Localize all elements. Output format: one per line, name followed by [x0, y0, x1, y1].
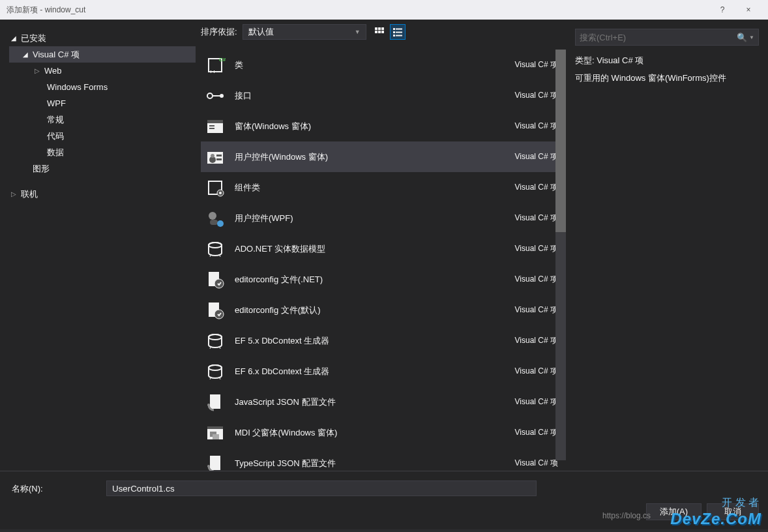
- scrollbar[interactable]: [555, 50, 566, 460]
- titlebar: 添加新项 - window_cut ? ×: [0, 0, 768, 20]
- template-item[interactable]: 用户控件(Windows 窗体) Visual C# 项: [201, 141, 563, 172]
- help-button[interactable]: ?: [709, 0, 735, 20]
- search-box[interactable]: 🔍 ▼: [575, 29, 759, 46]
- template-lang: Visual C# 项: [515, 274, 558, 285]
- template-lang: Visual C# 项: [515, 213, 558, 224]
- template-lang: Visual C# 项: [515, 304, 558, 316]
- template-lang: Visual C# 项: [515, 243, 558, 254]
- template-name: 类: [235, 59, 515, 71]
- tree-wpf[interactable]: WPF: [9, 95, 196, 111]
- template-list: 类 Visual C# 项 接口 Visual C# 项 窗体(Windows …: [196, 44, 566, 471]
- template-item[interactable]: 用户控件(WPF) Visual C# 项: [201, 203, 563, 233]
- template-item[interactable]: editorconfig 文件(默认) Visual C# 项: [201, 295, 563, 325]
- close-button[interactable]: ×: [735, 0, 761, 20]
- list-icon: [392, 27, 403, 37]
- chevron-down-icon: ◢: [9, 35, 18, 42]
- dropdown-icon[interactable]: ▼: [749, 35, 754, 40]
- template-name: 用户控件(WPF): [235, 213, 515, 224]
- bottom-bar: 名称(N): 添加(A) 取消 https://blog.cs: [0, 471, 768, 529]
- toolbar: 排序依据: 默认值 ▼: [196, 20, 566, 44]
- description: 可重用的 Windows 窗体(WinForms)控件: [575, 72, 759, 85]
- watermark-top: 开 发 者: [722, 496, 759, 510]
- template-item[interactable]: TypeScript JSON 配置文件 Visual C# 项: [201, 448, 563, 471]
- svg-rect-11: [396, 35, 402, 37]
- svg-rect-1: [378, 27, 381, 30]
- ado-icon: [201, 236, 229, 262]
- type-line: 类型: Visual C# 项: [575, 55, 759, 66]
- template-name: JavaScript JSON 配置文件: [235, 396, 515, 408]
- template-item[interactable]: 类 Visual C# 项: [201, 50, 563, 80]
- template-name: EF 5.x DbContext 生成器: [235, 335, 515, 347]
- template-item[interactable]: ADO.NET 实体数据模型 Visual C# 项: [201, 233, 563, 264]
- usercontrol-icon: [201, 144, 229, 170]
- template-item[interactable]: MDI 父窗体(Windows 窗体) Visual C# 项: [201, 417, 563, 448]
- tree-general[interactable]: 常规: [9, 111, 196, 128]
- svg-rect-5: [381, 31, 384, 33]
- tree-web[interactable]: ▷ Web: [9, 63, 196, 79]
- template-lang: Visual C# 项: [515, 90, 558, 101]
- template-lang: Visual C# 项: [515, 366, 558, 377]
- template-name: 接口: [235, 90, 515, 102]
- svg-rect-9: [396, 32, 402, 33]
- template-name: ADO.NET 实体数据模型: [235, 243, 515, 255]
- component-icon: [201, 175, 229, 201]
- template-name: editorconfig 文件(.NET): [235, 274, 515, 286]
- svg-rect-0: [375, 27, 377, 30]
- svg-rect-3: [375, 31, 377, 33]
- editorconfig-icon: [201, 297, 229, 323]
- json-icon: [201, 389, 229, 415]
- template-item[interactable]: 组件类 Visual C# 项: [201, 172, 563, 203]
- chevron-down-icon: ◢: [21, 51, 30, 58]
- template-name: 组件类: [235, 182, 515, 194]
- add-button[interactable]: 添加(A): [646, 503, 702, 520]
- wpfcontrol-icon: [201, 205, 229, 231]
- class-icon: [201, 52, 229, 78]
- window-title: 添加新项 - window_cut: [7, 5, 709, 16]
- tree-installed[interactable]: ◢ 已安装: [9, 30, 196, 46]
- template-lang: Visual C# 项: [515, 59, 558, 70]
- template-lang: Visual C# 项: [515, 458, 558, 469]
- tree-graphics[interactable]: 图形: [9, 160, 196, 177]
- sort-dropdown[interactable]: 默认值 ▼: [243, 24, 366, 40]
- interface-icon: [201, 83, 229, 109]
- view-list-button[interactable]: [390, 24, 406, 40]
- details-panel: 🔍 ▼ 类型: Visual C# 项 可重用的 Windows 窗体(WinF…: [566, 20, 768, 471]
- template-lang: Visual C# 项: [515, 121, 558, 132]
- template-name: 用户控件(Windows 窗体): [235, 151, 515, 163]
- svg-rect-2: [381, 27, 384, 30]
- view-grid-button[interactable]: [372, 24, 387, 40]
- url-watermark: https://blog.cs: [602, 511, 651, 520]
- ado-icon: [201, 359, 229, 385]
- tree-code[interactable]: 代码: [9, 128, 196, 144]
- svg-rect-6: [393, 28, 395, 30]
- scrollbar-thumb[interactable]: [555, 50, 566, 232]
- svg-rect-7: [396, 29, 402, 30]
- template-lang: Visual C# 项: [515, 182, 558, 193]
- template-item[interactable]: EF 6.x DbContext 生成器 Visual C# 项: [201, 356, 563, 387]
- svg-rect-4: [378, 31, 381, 33]
- tree-online[interactable]: ▷ 联机: [9, 186, 196, 202]
- tree-data[interactable]: 数据: [9, 144, 196, 160]
- search-icon[interactable]: 🔍: [737, 33, 747, 42]
- form-icon: [201, 113, 229, 140]
- grid-icon: [374, 27, 385, 37]
- template-item[interactable]: EF 5.x DbContext 生成器 Visual C# 项: [201, 325, 563, 356]
- template-item[interactable]: editorconfig 文件(.NET) Visual C# 项: [201, 264, 563, 295]
- template-name: EF 6.x DbContext 生成器: [235, 366, 515, 377]
- template-name: MDI 父窗体(Windows 窗体): [235, 427, 515, 439]
- category-tree: ◢ 已安装 ◢ Visual C# 项 ▷ Web Windows Forms …: [0, 20, 196, 471]
- template-item[interactable]: JavaScript JSON 配置文件 Visual C# 项: [201, 387, 563, 417]
- tree-winforms[interactable]: Windows Forms: [9, 79, 196, 95]
- template-item[interactable]: 窗体(Windows 窗体) Visual C# 项: [201, 111, 563, 141]
- editorconfig-icon: [201, 267, 229, 293]
- svg-rect-8: [393, 31, 395, 33]
- search-input[interactable]: [580, 33, 737, 42]
- name-input[interactable]: [106, 480, 537, 496]
- chevron-right-icon: ▷: [33, 67, 42, 74]
- tree-csharp[interactable]: ◢ Visual C# 项: [9, 46, 196, 63]
- name-label: 名称(N):: [12, 480, 87, 495]
- template-name: TypeScript JSON 配置文件: [235, 458, 515, 469]
- template-lang: Visual C# 项: [515, 151, 558, 162]
- template-item[interactable]: 接口 Visual C# 项: [201, 80, 563, 111]
- json-icon: [201, 451, 229, 471]
